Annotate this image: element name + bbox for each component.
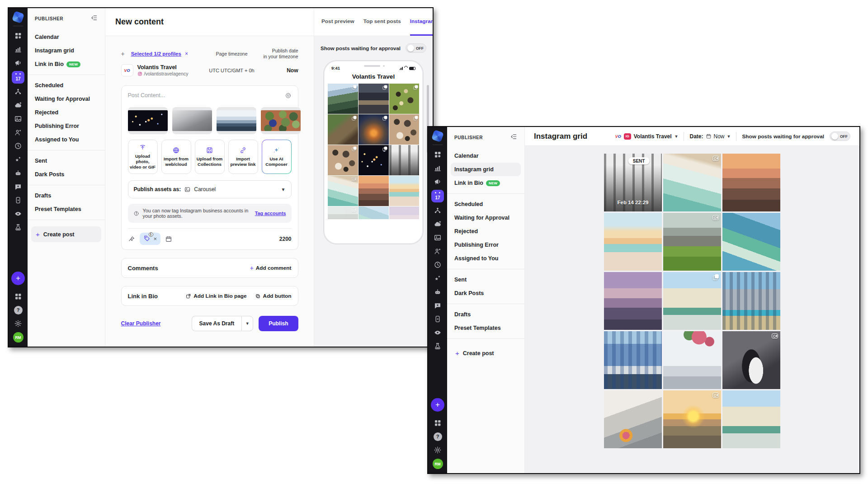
profile-selector[interactable]: VO IG Volantis Travel ▼ [615,133,679,140]
help-icon[interactable]: ? [431,431,444,442]
app-logo-icon[interactable] [431,130,444,142]
sidebar-item-drafts[interactable]: Drafts [447,308,524,321]
apps-grid-icon[interactable] [431,417,444,429]
flask-icon[interactable] [431,340,444,352]
sidebar-item-preset-templates[interactable]: Preset Templates [447,321,524,335]
sidebar-item-dark-posts[interactable]: Dark Posts [447,286,524,300]
clear-publisher-link[interactable]: Clear Publisher [121,320,161,327]
sidebar-item-drafts[interactable]: Drafts [28,189,105,202]
create-plus-button[interactable]: + [11,272,25,285]
selected-profiles-link[interactable]: Selected 1/2 profiles [131,51,181,56]
create-post-button[interactable]: +Create post [451,345,521,361]
date-filter[interactable]: Date: Now ▼ [689,133,731,140]
tab-top-sent-posts[interactable]: Top sent posts [363,8,401,36]
tag-chip[interactable]: 1 × [140,233,161,245]
sidebar-item-rejected[interactable]: Rejected [447,225,524,238]
grid-tile[interactable] [604,213,662,271]
grid-tile[interactable] [663,272,721,330]
sidebar-item-waiting-for-approval[interactable]: Waiting for Approval [447,211,524,225]
history-clock-icon[interactable] [431,259,444,271]
robot-icon[interactable] [431,286,444,298]
add-profile-button[interactable]: + [121,50,125,57]
phone-play-icon[interactable] [11,194,25,206]
apps-grid-icon[interactable] [11,291,25,302]
sidebar-item-instagram-grid[interactable]: Instagram grid [28,44,105,57]
grid-tile[interactable] [722,390,780,448]
remove-tag-icon[interactable]: × [154,235,157,242]
emoji-icon[interactable] [285,92,292,101]
cloud-add-icon[interactable] [431,218,444,230]
sidebar-item-sent[interactable]: Sent [28,154,105,168]
calendar-icon[interactable] [165,235,172,243]
publisher-calendar-icon[interactable]: 17 [12,71,24,84]
sidebar-item-publishing-error[interactable]: Publishing Error [447,238,524,252]
sidebar-item-link-in-bio[interactable]: Link in BioNEW [447,176,524,190]
sidebar-item-waiting-for-approval[interactable]: Waiting for Approval [28,92,105,106]
user-avatar[interactable]: RM [433,459,443,469]
tab-post-preview[interactable]: Post preview [321,8,354,36]
upload-collections-button[interactable]: Upload from Collections [195,140,225,174]
sidebar-item-instagram-grid[interactable]: Instagram grid [451,163,521,176]
stars-icon[interactable] [11,154,25,165]
chat-star-icon[interactable] [11,181,25,192]
megaphone-icon[interactable] [431,176,444,188]
sidebar-item-scheduled[interactable]: Scheduled [28,79,105,92]
grid-tile[interactable] [604,272,662,330]
sidebar-item-preset-templates[interactable]: Preset Templates [28,202,105,216]
grid-tile[interactable] [663,213,721,271]
attachment-thumbnail[interactable] [172,107,212,134]
analytics-chart-icon[interactable] [431,162,444,174]
sidebar-item-sent[interactable]: Sent [447,273,524,286]
attachment-thumbnail[interactable] [128,107,168,134]
dashboard-grid-icon[interactable] [431,149,444,160]
user-avatar[interactable]: RM [13,332,24,343]
media-image-icon[interactable] [11,113,25,125]
clear-profiles-icon[interactable]: × [185,51,188,57]
cloud-add-icon[interactable] [11,99,25,111]
sidebar-item-calendar[interactable]: Calendar [28,30,105,44]
history-clock-icon[interactable] [11,140,25,152]
tag-accounts-link[interactable]: Tag accounts [255,211,286,216]
media-image-icon[interactable] [431,232,444,244]
grid-tile[interactable] [663,331,721,389]
create-plus-button[interactable]: + [431,398,444,412]
post-content-input[interactable]: Post Content... [128,92,165,99]
grid-tile[interactable]: SENT Feb 14 22:29 [604,154,662,211]
approval-toggle[interactable]: OFF [830,131,850,141]
eye-icon[interactable] [431,327,444,338]
publish-button[interactable]: Publish [259,316,298,331]
dashboard-grid-icon[interactable] [11,30,25,42]
sidebar-item-calendar[interactable]: Calendar [447,149,524,163]
settings-gear-icon[interactable] [11,318,25,329]
import-preview-link-button[interactable]: Import preview link [228,140,258,174]
collapse-sidebar-icon[interactable] [510,133,517,142]
flask-icon[interactable] [11,221,25,233]
analytics-chart-icon[interactable] [11,43,25,55]
team-network-icon[interactable] [431,205,444,216]
eye-icon[interactable] [11,208,25,220]
person-star-icon[interactable] [431,245,444,257]
attachment-thumbnail[interactable] [261,107,301,134]
settings-gear-icon[interactable] [431,444,444,456]
sidebar-item-assigned-to-you[interactable]: Assigned to You [447,252,524,265]
sidebar-item-dark-posts[interactable]: Dark Posts [28,168,105,181]
import-web-button[interactable]: Import from web/cloud [161,140,191,174]
create-post-button[interactable]: +Create post [31,226,101,242]
sidebar-item-assigned-to-you[interactable]: Assigned to You [28,133,105,146]
collapse-sidebar-icon[interactable] [91,14,98,23]
profile-publish-time[interactable]: Now [257,67,298,74]
attachment-thumbnail[interactable] [217,107,256,134]
grid-tile[interactable] [604,331,662,389]
sidebar-item-link-in-bio[interactable]: Link in BioNEW [28,57,105,71]
publish-assets-dropdown[interactable]: Publish assets as: Carousel ▼ [128,180,292,198]
grid-tile[interactable] [722,331,780,389]
add-comment-button[interactable]: +Add comment [250,264,292,272]
person-star-icon[interactable] [11,127,25,138]
grid-tile[interactable] [663,390,721,448]
sidebar-item-scheduled[interactable]: Scheduled [447,197,524,211]
upload-photo-button[interactable]: Upload photo, video or GIF [128,140,158,174]
grid-tile[interactable] [604,390,662,448]
approval-toggle[interactable]: OFF [406,43,426,53]
sidebar-item-rejected[interactable]: Rejected [28,106,105,119]
robot-icon[interactable] [11,167,25,179]
